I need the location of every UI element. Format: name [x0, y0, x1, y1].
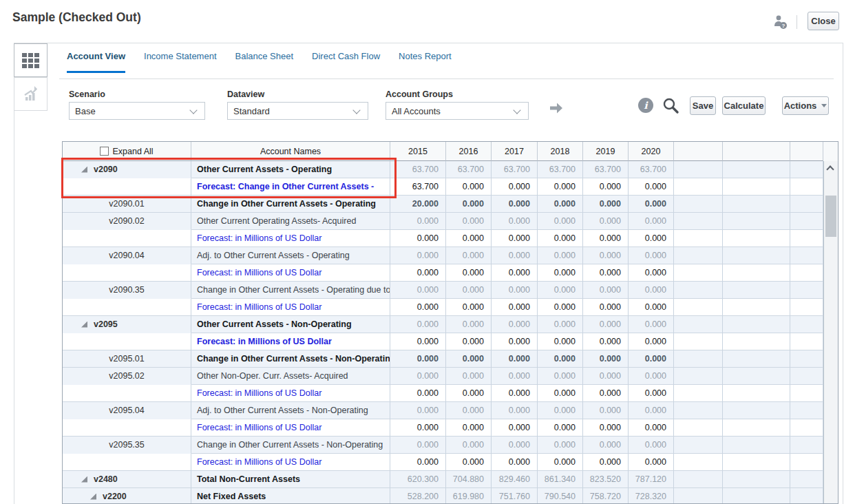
scroll-up-icon[interactable]: [826, 165, 834, 173]
value-cell-2016[interactable]: 619.980: [446, 488, 492, 504]
value-cell-2019[interactable]: 758.720: [583, 488, 629, 504]
value-cell-2017[interactable]: 0.000: [492, 437, 538, 454]
value-cell-2015[interactable]: 0.000: [390, 316, 446, 333]
forecast-link[interactable]: Forecast: in Millions of US Dollar: [191, 264, 390, 282]
value-cell-2017[interactable]: 0.000: [492, 385, 538, 402]
value-cell-2016[interactable]: 0.000: [446, 437, 492, 454]
value-cell-2018[interactable]: 0.000: [538, 419, 583, 437]
value-cell-2018[interactable]: 0.000: [538, 299, 583, 316]
value-cell-2017[interactable]: 829.460: [492, 471, 538, 488]
value-cell-2018[interactable]: 0.000: [538, 368, 583, 385]
value-cell-2017[interactable]: 0.000: [492, 264, 538, 282]
value-cell-2016[interactable]: 0.000: [446, 402, 492, 419]
value-cell-2016[interactable]: 0.000: [446, 299, 492, 316]
value-cell-2019[interactable]: 0.000: [583, 333, 629, 350]
expand-all-checkbox[interactable]: [100, 147, 109, 156]
year-header-2020[interactable]: 2020: [629, 142, 674, 161]
forecast-link[interactable]: Forecast: in Millions of US Dollar: [191, 230, 390, 247]
value-cell-2017[interactable]: 0.000: [492, 419, 538, 437]
value-cell-2018[interactable]: 0.000: [538, 282, 583, 299]
user-help-icon[interactable]: ?: [772, 14, 789, 30]
value-cell-2016[interactable]: 0.000: [446, 368, 492, 385]
value-cell-2019[interactable]: 0.000: [583, 264, 629, 282]
tab-notes-report[interactable]: Notes Report: [399, 51, 452, 73]
value-cell-2015[interactable]: 0.000: [390, 368, 446, 385]
value-cell-2015[interactable]: 0.000: [390, 333, 446, 350]
value-cell-2015[interactable]: 0.000: [390, 264, 446, 282]
forecast-link[interactable]: Forecast: in Millions of US Dollar: [191, 385, 390, 402]
tab-direct-cash-flow[interactable]: Direct Cash Flow: [312, 51, 380, 73]
value-cell-2020[interactable]: 0.000: [629, 178, 674, 196]
value-cell-2015[interactable]: 620.300: [390, 471, 446, 488]
value-cell-2016[interactable]: 0.000: [446, 454, 492, 471]
value-cell-2019[interactable]: 0.000: [583, 282, 629, 299]
value-cell-2019[interactable]: 0.000: [583, 196, 629, 213]
tab-balance-sheet[interactable]: Balance Sheet: [235, 51, 294, 73]
value-cell-2019[interactable]: 0.000: [583, 316, 629, 333]
value-cell-2020[interactable]: 0.000: [629, 368, 674, 385]
value-cell-2019[interactable]: 0.000: [583, 368, 629, 385]
value-cell-2017[interactable]: 0.000: [492, 196, 538, 213]
value-cell-2018[interactable]: 790.540: [538, 488, 583, 504]
vertical-scrollbar[interactable]: [823, 161, 838, 504]
value-cell-2018[interactable]: 0.000: [538, 437, 583, 454]
value-cell-2016[interactable]: 0.000: [446, 419, 492, 437]
value-cell-2017[interactable]: 0.000: [492, 368, 538, 385]
tab-account-view[interactable]: Account View: [67, 51, 125, 73]
value-cell-2019[interactable]: 0.000: [583, 213, 629, 230]
value-cell-2019[interactable]: 0.000: [583, 247, 629, 264]
value-cell-2017[interactable]: 0.000: [492, 230, 538, 247]
grid-view-button[interactable]: [14, 43, 48, 77]
value-cell-2020[interactable]: 0.000: [629, 282, 674, 299]
value-cell-2020[interactable]: 0.000: [629, 437, 674, 454]
value-cell-2018[interactable]: 0.000: [538, 316, 583, 333]
right-arrow-icon[interactable]: [548, 101, 565, 118]
value-cell-2020[interactable]: 0.000: [629, 196, 674, 213]
value-cell-2016[interactable]: 0.000: [446, 196, 492, 213]
value-cell-2019[interactable]: 823.520: [583, 471, 629, 488]
search-icon[interactable]: [662, 97, 680, 118]
value-cell-2017[interactable]: 0.000: [492, 178, 538, 196]
value-cell-2016[interactable]: 63.700: [446, 161, 492, 178]
value-cell-2016[interactable]: 0.000: [446, 213, 492, 230]
value-cell-2015[interactable]: 0.000: [390, 419, 446, 437]
value-cell-2016[interactable]: 0.000: [446, 178, 492, 196]
value-cell-2019[interactable]: 0.000: [583, 454, 629, 471]
year-header-2018[interactable]: 2018: [538, 142, 583, 161]
value-cell-2016[interactable]: 0.000: [446, 333, 492, 350]
value-cell-2016[interactable]: 0.000: [446, 247, 492, 264]
value-cell-2019[interactable]: 0.000: [583, 299, 629, 316]
dataview-select[interactable]: Standard: [227, 102, 368, 120]
value-cell-2015[interactable]: 0.000: [390, 402, 446, 419]
value-cell-2017[interactable]: 0.000: [492, 282, 538, 299]
value-cell-2018[interactable]: 0.000: [538, 178, 583, 196]
value-cell-2019[interactable]: 0.000: [583, 350, 629, 368]
year-header-2019[interactable]: 2019: [583, 142, 629, 161]
value-cell-2020[interactable]: 0.000: [629, 385, 674, 402]
forecast-link[interactable]: Forecast: Change in Other Current Assets…: [191, 178, 390, 196]
value-cell-2020[interactable]: 0.000: [629, 333, 674, 350]
value-cell-2018[interactable]: 0.000: [538, 196, 583, 213]
value-cell-2017[interactable]: 0.000: [492, 316, 538, 333]
forecast-link[interactable]: Forecast: in Millions of US Dollar: [191, 299, 390, 316]
value-cell-2018[interactable]: 0.000: [538, 333, 583, 350]
value-cell-2017[interactable]: 0.000: [492, 402, 538, 419]
expand-triangle-icon[interactable]: [81, 167, 87, 173]
value-cell-2016[interactable]: 0.000: [446, 316, 492, 333]
value-cell-2015[interactable]: 63.700: [390, 161, 446, 178]
value-cell-2015[interactable]: 0.000: [390, 437, 446, 454]
value-cell-2020[interactable]: 0.000: [629, 299, 674, 316]
value-cell-2019[interactable]: 0.000: [583, 385, 629, 402]
value-cell-2016[interactable]: 704.880: [446, 471, 492, 488]
value-cell-2015[interactable]: 0.000: [390, 385, 446, 402]
value-cell-2018[interactable]: 0.000: [538, 402, 583, 419]
value-cell-2018[interactable]: 0.000: [538, 385, 583, 402]
value-cell-2018[interactable]: 861.340: [538, 471, 583, 488]
value-cell-2017[interactable]: 0.000: [492, 213, 538, 230]
year-header-2017[interactable]: 2017: [492, 142, 538, 161]
value-cell-2019[interactable]: 0.000: [583, 402, 629, 419]
save-button[interactable]: Save: [690, 96, 716, 115]
value-cell-2015[interactable]: 0.000: [390, 282, 446, 299]
value-cell-2019[interactable]: 0.000: [583, 437, 629, 454]
forecast-link[interactable]: Forecast: in Millions of US Dollar: [191, 454, 390, 471]
